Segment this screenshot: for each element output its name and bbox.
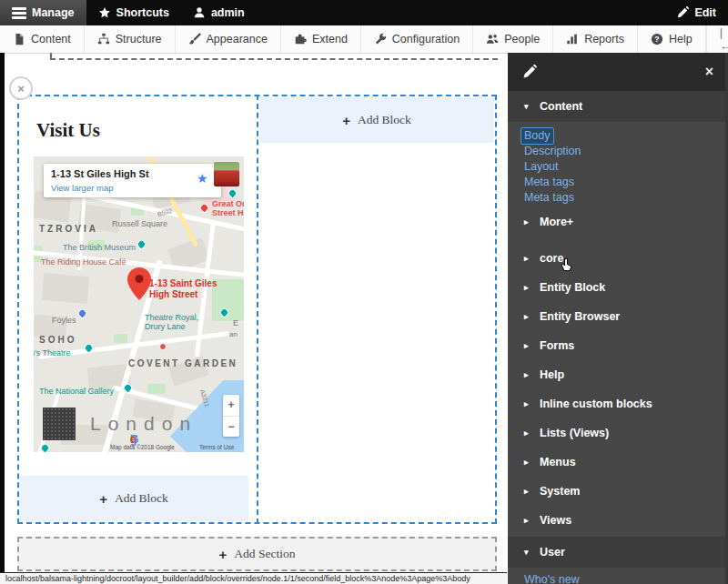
sidebar-user-links: Who's new bbox=[508, 568, 728, 584]
map-label-fitzrovia: TZROVIA bbox=[39, 224, 98, 234]
hamburger-icon bbox=[12, 5, 26, 21]
save-star-icon[interactable]: ★ bbox=[197, 171, 208, 186]
view-larger-map-link[interactable]: View larger map bbox=[51, 183, 113, 193]
add-block-label: Add Block bbox=[358, 113, 411, 127]
sidebar-header: × bbox=[508, 53, 728, 91]
sidebar-group-views[interactable]: ▸Views bbox=[508, 506, 728, 535]
add-section-label: Add Section bbox=[234, 547, 295, 561]
group-label: Forms bbox=[540, 339, 574, 352]
add-block-label: Add Block bbox=[115, 491, 168, 506]
pencil-icon bbox=[522, 65, 537, 79]
poi-dot-icon bbox=[159, 343, 167, 350]
place-photo-thumbnail[interactable] bbox=[214, 162, 239, 186]
svg-text:?: ? bbox=[654, 35, 659, 44]
shortcuts-label: Shortcuts bbox=[116, 6, 169, 19]
sidebar-group-system[interactable]: ▸System bbox=[508, 477, 728, 506]
collapsed-arrow-icon: ▸ bbox=[524, 283, 532, 292]
expanded-arrow-icon: ▾ bbox=[524, 102, 532, 111]
group-label: Entity Browser bbox=[540, 310, 620, 323]
toolbar-label: Configuration bbox=[392, 33, 460, 45]
shortcuts-tab[interactable]: Shortcuts bbox=[86, 0, 181, 25]
people-icon bbox=[486, 33, 499, 45]
toolbar-item-configuration[interactable]: Configuration bbox=[361, 25, 473, 53]
block-link-whos-new[interactable]: Who's new bbox=[524, 573, 580, 584]
manage-tab[interactable]: Manage bbox=[0, 0, 86, 25]
sidebar-group-core[interactable]: ▸core bbox=[508, 244, 728, 273]
sidebar-group-entity-block[interactable]: ▸Entity Block bbox=[508, 273, 728, 302]
toolbar-item-people[interactable]: People bbox=[473, 25, 553, 53]
sidebar-group-inline-custom-blocks[interactable]: ▸Inline custom blocks bbox=[508, 389, 728, 418]
admin-toolbar: Manage Shortcuts admin Edit bbox=[0, 0, 728, 25]
toolbar-item-reports[interactable]: Reports bbox=[553, 25, 638, 53]
block-title: Visit Us bbox=[36, 119, 100, 142]
sidebar-group-more[interactable]: ▸ More+ bbox=[508, 207, 728, 237]
toolbar-item-content[interactable]: Content bbox=[0, 25, 85, 53]
map-label-foyles: Foyles bbox=[52, 317, 76, 326]
close-sidebar-icon[interactable]: × bbox=[705, 64, 713, 80]
terms-of-use-link[interactable]: Terms of Use bbox=[199, 444, 234, 450]
block-link-meta-tags[interactable]: Meta tags bbox=[524, 175, 574, 190]
collapse-arrow-icon: |← bbox=[720, 25, 728, 53]
sidebar-group-help[interactable]: ▸Help bbox=[508, 360, 728, 389]
plus-icon: + bbox=[99, 491, 107, 507]
map-label-british-museum: The British Museum bbox=[63, 244, 136, 253]
collapsed-arrow-icon: ▸ bbox=[524, 487, 532, 496]
collapsed-arrow-icon: ▸ bbox=[524, 341, 532, 350]
add-block-button-left-column[interactable]: + Add Block bbox=[19, 476, 248, 521]
map-label-theatre-partial: n's Theatre bbox=[34, 349, 71, 358]
paintbrush-icon bbox=[188, 33, 201, 45]
map-attribution: Map data ©2018 Google bbox=[110, 444, 175, 450]
sidebar-group-entity-browser[interactable]: ▸Entity Browser bbox=[508, 302, 728, 331]
sidebar-group-lists-views[interactable]: ▸Lists (Views) bbox=[508, 418, 728, 448]
remove-section-button[interactable]: × bbox=[9, 76, 33, 100]
collapsed-arrow-icon: ▸ bbox=[524, 312, 532, 321]
admin-user-tab[interactable]: admin bbox=[181, 0, 257, 25]
sidebar-group-user[interactable]: ▾ User bbox=[508, 537, 728, 568]
block-link-body[interactable]: Body bbox=[521, 127, 554, 145]
drupal-layout-builder-screen: Manage Shortcuts admin Edit Content Stru… bbox=[0, 0, 728, 584]
collapsed-arrow-icon: ▸ bbox=[524, 458, 532, 467]
street-view-thumbnail[interactable] bbox=[43, 408, 76, 440]
add-block-button-right-column[interactable]: + Add Block bbox=[259, 97, 494, 143]
toolbar-label: Reports bbox=[584, 33, 624, 45]
google-map-embed[interactable]: Great OrmStreet Hos B502 Russell Square … bbox=[34, 156, 244, 452]
zoom-in-button[interactable]: + bbox=[223, 395, 239, 417]
edit-button[interactable]: Edit bbox=[664, 0, 728, 25]
admin-user-label: admin bbox=[211, 6, 245, 19]
toolbar-item-help[interactable]: ? Help bbox=[638, 25, 706, 53]
poi-marker-icon[interactable] bbox=[76, 307, 88, 319]
wrench-icon bbox=[374, 33, 387, 45]
zoom-out-button[interactable]: − bbox=[223, 417, 239, 438]
manage-label: Manage bbox=[32, 6, 75, 19]
map-label-riding-house-cafe: The Riding House Café bbox=[41, 258, 126, 267]
group-label: Views bbox=[540, 514, 571, 527]
map-label-edge-an: an bbox=[229, 331, 238, 339]
block-link-meta-tags[interactable]: Meta tags bbox=[524, 190, 574, 206]
edit-label: Edit bbox=[694, 6, 716, 19]
admin-menu-toolbar: Content Structure Appearance Extend Conf… bbox=[0, 25, 728, 54]
puzzle-icon bbox=[294, 33, 307, 45]
map-info-card: 1-13 St Giles High St View larger map ★ bbox=[44, 164, 221, 197]
map-label-great-ormond: Great OrmStreet Hos bbox=[212, 200, 244, 209]
toolbar-item-appearance[interactable]: Appearance bbox=[176, 25, 281, 53]
toolbar-item-extend[interactable]: Extend bbox=[281, 25, 361, 53]
toolbar-orientation-toggle[interactable]: |← bbox=[706, 25, 728, 53]
block-library-sidebar: × ▾ Content Body Description Layout Meta… bbox=[508, 53, 728, 584]
toolbar-item-structure[interactable]: Structure bbox=[85, 25, 176, 53]
user-icon bbox=[193, 6, 206, 19]
poi-marker-icon[interactable] bbox=[136, 238, 147, 250]
block-link-layout[interactable]: Layout bbox=[524, 159, 559, 175]
hand-cursor-icon bbox=[561, 257, 572, 272]
pencil-icon bbox=[676, 6, 689, 19]
toolbar-label: People bbox=[504, 33, 540, 45]
add-section-button[interactable]: + Add Section bbox=[17, 537, 497, 571]
sidebar-group-forms[interactable]: ▸Forms bbox=[508, 331, 728, 360]
expanded-arrow-icon: ▾ bbox=[524, 548, 532, 557]
destination-pin-icon[interactable] bbox=[127, 267, 151, 300]
plus-icon: + bbox=[342, 113, 350, 128]
sidebar-group-menus[interactable]: ▸Menus bbox=[508, 448, 728, 477]
group-label: Entity Block bbox=[540, 281, 605, 294]
collapsed-arrow-icon: ▸ bbox=[524, 217, 532, 227]
sidebar-group-content[interactable]: ▾ Content bbox=[508, 91, 728, 122]
block-link-description[interactable]: Description bbox=[524, 144, 581, 159]
